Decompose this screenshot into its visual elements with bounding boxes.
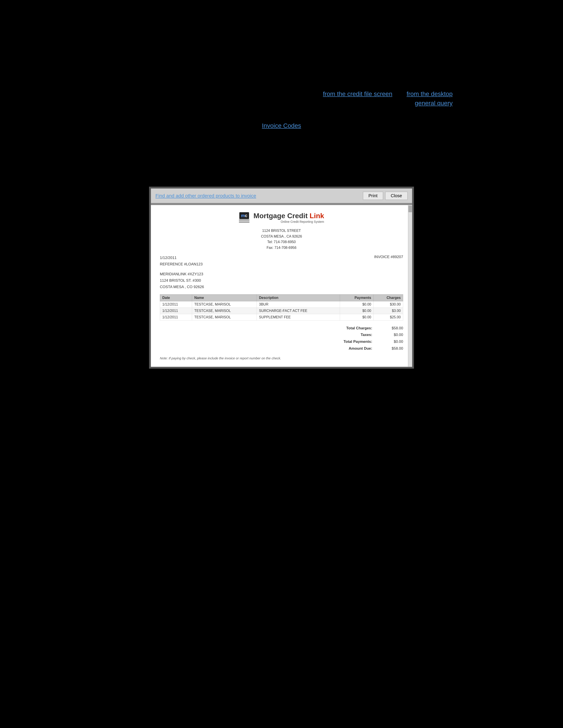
row-charges: $3.00: [374, 308, 403, 314]
company-logo-area: mc Mortgage Credit Link Online Credit Re…: [160, 212, 403, 223]
row-name: TESTCASE, MARISOL: [192, 308, 256, 314]
billing-name: MERIDIANLINK #XZY123: [160, 271, 403, 278]
find-add-products-link[interactable]: Find and add other ordered products to i…: [155, 193, 256, 199]
row-charges: $30.00: [374, 301, 403, 308]
billing-address: MERIDIANLINK #XZY123 1124 BRISTOL ST. #3…: [160, 271, 403, 290]
col-date: Date: [160, 294, 192, 301]
taxes-label: Taxes:: [344, 332, 372, 338]
invoice-codes-area: Invoice Codes: [0, 113, 563, 143]
invoice-header-row: 1/12/2011 REFERENCE #LOAN123 INVOICE #89…: [160, 255, 403, 268]
logo-inner: mc Mortgage Credit Link Online Credit Re…: [239, 212, 324, 223]
scrollbar[interactable]: [408, 205, 412, 367]
from-desktop-link[interactable]: from the desktop: [407, 90, 453, 97]
row-description: SURCHARGE-FACT ACT FEE: [257, 308, 340, 314]
credit-file-screen-link[interactable]: from the credit file screen: [323, 90, 392, 97]
row-date: 1/12/2011: [160, 314, 192, 320]
navigation-links-area: from the credit file screen from the des…: [0, 84, 563, 113]
link-row-2: general query: [0, 100, 453, 107]
company-name-mortgage: Mortgage Credit: [253, 212, 310, 220]
mc-blue-letter: m: [241, 213, 245, 218]
col-description: Description: [257, 294, 340, 301]
row-name: TESTCASE, MARISOL: [192, 314, 256, 320]
invoice-number: INVOICE #89207: [374, 255, 403, 268]
invoice-date: 1/12/2011: [160, 255, 203, 261]
taxes-value: $0.00: [386, 332, 403, 338]
link-row-1: from the credit file screen from the des…: [0, 90, 453, 98]
col-name: Name: [192, 294, 256, 301]
invoice-table: Date Name Description Payments Charges 1…: [160, 294, 403, 321]
row-charges: $25.00: [374, 314, 403, 320]
invoice-reference: REFERENCE #LOAN123: [160, 261, 203, 268]
totals-area: Total Charges: Taxes: Total Payments: Am…: [160, 325, 403, 352]
mc-logo-box: mc: [239, 212, 249, 223]
company-name: Mortgage Credit Link: [253, 212, 324, 220]
invoice-left-info: 1/12/2011 REFERENCE #LOAN123: [160, 255, 203, 268]
billing-address1: 1124 BRISTOL ST. #300: [160, 278, 403, 284]
col-payments: Payments: [340, 294, 374, 301]
total-charges-label: Total Charges:: [344, 325, 372, 332]
address-line1: 1124 BRISTOL STREET: [160, 228, 403, 234]
mc-icon-bar2: [239, 221, 249, 223]
row-description: 3BUR: [257, 301, 340, 308]
mc-icon-bar1: [239, 220, 249, 221]
invoice-container: Find and add other ordered products to i…: [149, 187, 414, 369]
total-payments-value: $0.00: [386, 338, 403, 345]
print-button[interactable]: Print: [363, 192, 383, 200]
mid-dark-area: [0, 143, 563, 187]
row-payments: $0.00: [340, 301, 374, 308]
company-name-tagline: Mortgage Credit Link Online Credit Repor…: [253, 212, 324, 223]
window-action-buttons: Print Close: [363, 192, 408, 200]
address-fax: Fax: 714-708-6956: [160, 245, 403, 251]
amount-due-label: Amount Due:: [344, 345, 372, 352]
row-name: TESTCASE, MARISOL: [192, 301, 256, 308]
total-charges-value: $58.00: [386, 325, 403, 332]
company-name-link: Link: [310, 212, 324, 220]
close-button[interactable]: Close: [385, 192, 408, 200]
table-row: 1/12/2011 TESTCASE, MARISOL SUPPLEMENT F…: [160, 314, 403, 320]
row-payments: $0.00: [340, 308, 374, 314]
amount-due-value: $58.00: [386, 345, 403, 352]
table-row: 1/12/2011 TESTCASE, MARISOL 3BUR $0.00 $…: [160, 301, 403, 308]
address-line2: COSTA MESA , CA 92626: [160, 234, 403, 239]
totals-row: Total Charges: Taxes: Total Payments: Am…: [160, 325, 403, 352]
row-description: SUPPLEMENT FEE: [257, 314, 340, 320]
company-tagline: Online Credit Reporting System: [253, 220, 324, 223]
bottom-dark-area: [0, 369, 563, 545]
table-header-row: Date Name Description Payments Charges: [160, 294, 403, 301]
totals-values: $58.00 $0.00 $0.00 $58.00: [386, 325, 403, 352]
col-charges: Charges: [374, 294, 403, 301]
totals-labels: Total Charges: Taxes: Total Payments: Am…: [344, 325, 372, 352]
gray-separator: [151, 203, 412, 205]
mc-white-letter: c: [245, 213, 247, 218]
row-date: 1/12/2011: [160, 308, 192, 314]
total-payments-label: Total Payments:: [344, 338, 372, 345]
row-date: 1/12/2011: [160, 301, 192, 308]
invoice-content-area: mc Mortgage Credit Link Online Credit Re…: [151, 205, 412, 367]
mc-badge: mc: [239, 212, 249, 219]
invoice-note: Note: If paying by check, please include…: [160, 356, 403, 360]
address-tel: Tel: 714-708-6950: [160, 239, 403, 245]
invoice-window-toolbar: Find and add other ordered products to i…: [151, 188, 412, 203]
top-dark-area: [0, 0, 563, 84]
invoice-codes-link[interactable]: Invoice Codes: [262, 122, 301, 129]
row-payments: $0.00: [340, 314, 374, 320]
company-address: 1124 BRISTOL STREET COSTA MESA , CA 9262…: [160, 228, 403, 250]
scrollbar-thumb[interactable]: [409, 206, 412, 212]
billing-address2: COSTA MESA , CO 92626: [160, 284, 403, 290]
general-query-link[interactable]: general query: [415, 100, 453, 107]
table-row: 1/12/2011 TESTCASE, MARISOL SURCHARGE-FA…: [160, 308, 403, 314]
